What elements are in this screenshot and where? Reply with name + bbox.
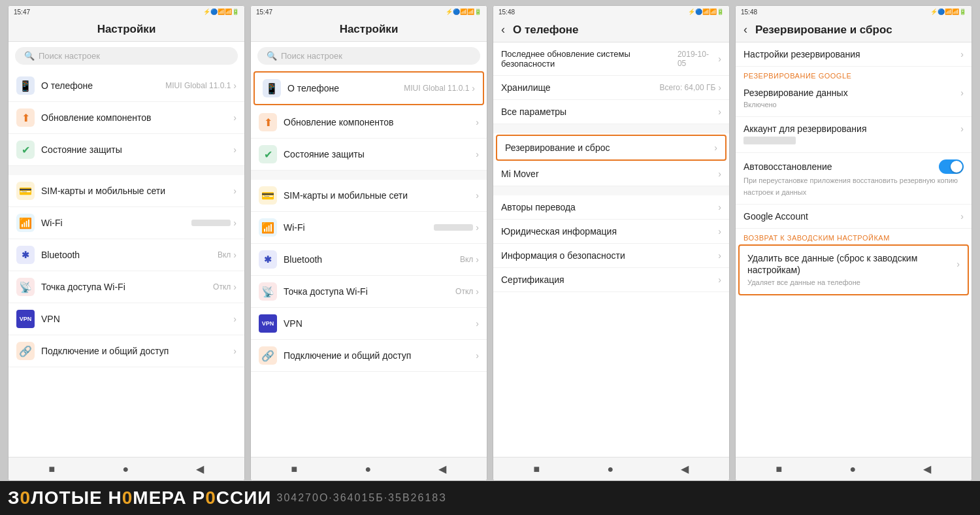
item-security-1-arrow: › (233, 144, 237, 155)
status-icons-4: ⚡🔵📶📶🔋 (930, 8, 966, 15)
item-security-1[interactable]: ✔ Состояние защиты › (8, 134, 244, 166)
search-bar-2[interactable]: 🔍 Поиск настроек (257, 47, 480, 65)
phone-icon-1: 📱 (16, 76, 35, 95)
nav-circle-2[interactable]: ● (365, 463, 372, 475)
item-sim-1[interactable]: 💳 SIM-карты и мобильные сети › (8, 175, 244, 207)
vpn-icon-2: VPN (259, 314, 277, 333)
item-update-1[interactable]: ⬆ Обновление компонентов › (8, 102, 244, 134)
item-share-1[interactable]: 🔗 Подключение и общий доступ › (8, 335, 244, 367)
nav-square-1[interactable]: ■ (49, 463, 56, 475)
item-bt-1-value: Вкл (218, 250, 231, 259)
share-icon-2: 🔗 (259, 346, 277, 365)
item-wifi-2[interactable]: 📶 Wi-Fi › (251, 212, 487, 244)
item-bt-1[interactable]: ✱ Bluetooth Вкл › (8, 239, 244, 271)
item-share-1-arrow: › (233, 346, 237, 356)
nav-back-3[interactable]: ◀ (681, 463, 689, 475)
hotspot-icon-2: 📡 (259, 282, 277, 301)
header-4: ‹ Резервирование и сброс (736, 18, 972, 42)
item-hotspot-1[interactable]: 📡 Точка доступа Wi-Fi Откл › (8, 271, 244, 303)
item-storage-3-value: Всего: 64,00 ГБ (659, 83, 715, 92)
factory-section-label: ВОЗВРАТ К ЗАВОДСКИМ НАСТРОЙКАМ (736, 229, 972, 243)
item-backupdata-4-label: Резервирование данных (743, 88, 848, 98)
nav-square-4[interactable]: ■ (776, 463, 783, 475)
screen-2: 15:47 ⚡🔵📶📶🔋 Настройки 🔍 Поиск настроек 📱… (250, 5, 487, 481)
update-icon-2: ⬆ (259, 113, 277, 131)
item-backupsettings-4[interactable]: Настройки резервирования › (736, 42, 972, 67)
item-backupdata-4[interactable]: Резервирование данных › Включено (736, 81, 972, 117)
item-bt-1-label: Bluetooth (41, 250, 80, 260)
item-phone-2[interactable]: 📱 О телефоне MIUI Global 11.0.1 › (253, 71, 484, 105)
item-vpn-2[interactable]: VPN VPN › (251, 308, 487, 340)
item-autorestore-4[interactable]: Автовосстановление При переустановке при… (736, 153, 972, 205)
item-wifi-1[interactable]: 📶 Wi-Fi › (8, 207, 244, 239)
back-button-3[interactable]: ‹ (501, 23, 505, 37)
item-backup-3-arrow: › (714, 142, 717, 153)
item-legal-3-arrow: › (718, 226, 721, 237)
nav-circle-4[interactable]: ● (850, 463, 857, 475)
item-secinfo-3[interactable]: Информация о безопасности › (493, 244, 729, 268)
sim-icon-1: 💳 (16, 182, 35, 200)
spacer3b (493, 186, 729, 195)
item-hotspot-2[interactable]: 📡 Точка доступа Wi-Fi Откл › (251, 276, 487, 308)
item-googleaccount-4[interactable]: Google Account › (736, 205, 972, 229)
bt-icon-item-1: ✱ (16, 246, 35, 264)
item-allparams-3-arrow: › (718, 107, 721, 117)
item-security-2[interactable]: ✔ Состояние защиты › (251, 139, 487, 171)
item-update-2[interactable]: ⬆ Обновление компонентов › (251, 107, 487, 139)
search-icon-1: 🔍 (24, 51, 35, 61)
item-backupaccount-4[interactable]: Аккаунт для резервирования › ●●●●●●●●●●●… (736, 117, 972, 153)
item-lastsec-3[interactable]: Последнее обновление системы безопасност… (493, 42, 729, 76)
bt-icon-1: ⚡🔵📶📶🔋 (203, 8, 239, 15)
item-legal-3[interactable]: Юридическая информация › (493, 220, 729, 244)
item-backup-3[interactable]: Резервирование и сброс › (496, 135, 727, 161)
item-sim-2[interactable]: 💳 SIM-карты и мобильные сети › (251, 180, 487, 212)
item-storage-3[interactable]: Хранилище Всего: 64,00 ГБ › (493, 76, 729, 100)
spacer-1 (8, 166, 244, 175)
phone-icon-2: 📱 (263, 79, 281, 97)
item-googleaccount-4-label: Google Account (743, 211, 808, 222)
item-delete-4-sub: Удаляет все данные на телефоне (747, 278, 860, 286)
wifi-value-bar-2 (434, 224, 473, 231)
item-bt-2[interactable]: ✱ Bluetooth Вкл › (251, 244, 487, 276)
item-share-2[interactable]: 🔗 Подключение и общий доступ › (251, 340, 487, 372)
item-hotspot-1-label: Точка доступа Wi-Fi (41, 282, 125, 292)
title-2: Настройки (259, 23, 479, 36)
bottom-nav-2: ■ ● ◀ (251, 457, 487, 480)
item-bt-2-value: Вкл (460, 255, 473, 264)
item-sim-2-arrow: › (476, 190, 479, 201)
item-hotspot-1-arrow: › (233, 282, 237, 292)
item-security-2-arrow: › (476, 149, 479, 159)
nav-back-2[interactable]: ◀ (438, 463, 446, 475)
item-delete-4[interactable]: Удалить все данные (сброс к заводским на… (738, 244, 969, 295)
item-vpn-1[interactable]: VPN VPN › (8, 303, 244, 335)
back-button-4[interactable]: ‹ (743, 23, 747, 37)
status-icons-3: ⚡🔵📶📶🔋 (688, 8, 724, 15)
nav-back-4[interactable]: ◀ (923, 463, 931, 475)
nav-square-3[interactable]: ■ (534, 463, 540, 475)
nav-square-2[interactable]: ■ (291, 463, 298, 475)
header-1: Настройки (8, 18, 244, 42)
search-bar-1[interactable]: 🔍 Поиск настроек (15, 47, 238, 65)
status-bar-1: 15:47 ⚡🔵📶📶🔋 (8, 6, 244, 18)
screen-3: 15:48 ⚡🔵📶📶🔋 ‹ О телефоне Последнее обнов… (493, 5, 730, 481)
security-icon-2: ✔ (259, 145, 277, 163)
settings-list-3: Последнее обновление системы безопасност… (493, 42, 729, 457)
item-phone-1[interactable]: 📱 О телефоне MIUI Global 11.0.1 › (8, 70, 244, 102)
item-lastsec-3-value: 2019-10-05 (678, 50, 715, 68)
settings-list-1: 📱 О телефоне MIUI Global 11.0.1 › ⬆ Обно… (8, 70, 244, 457)
autorestore-toggle[interactable] (939, 159, 964, 174)
item-security-2-label: Состояние защиты (284, 149, 365, 159)
item-backupdata-4-sub: Включено (743, 101, 777, 108)
item-wifi-2-arrow: › (476, 222, 479, 233)
nav-circle-1[interactable]: ● (123, 463, 129, 475)
nav-back-1[interactable]: ◀ (196, 463, 204, 475)
item-cert-3[interactable]: Сертификация › (493, 268, 729, 292)
title-4: Резервирование и сброс (755, 24, 892, 37)
item-mover-3-arrow: › (718, 169, 721, 179)
spacer-2 (251, 171, 487, 180)
item-allparams-3[interactable]: Все параметры › (493, 100, 729, 124)
item-backup-3-label: Резервирование и сброс (505, 142, 610, 153)
nav-circle-3[interactable]: ● (608, 463, 614, 475)
item-mover-3[interactable]: Mi Mover › (493, 162, 729, 186)
item-authors-3[interactable]: Авторы перевода › (493, 195, 729, 220)
